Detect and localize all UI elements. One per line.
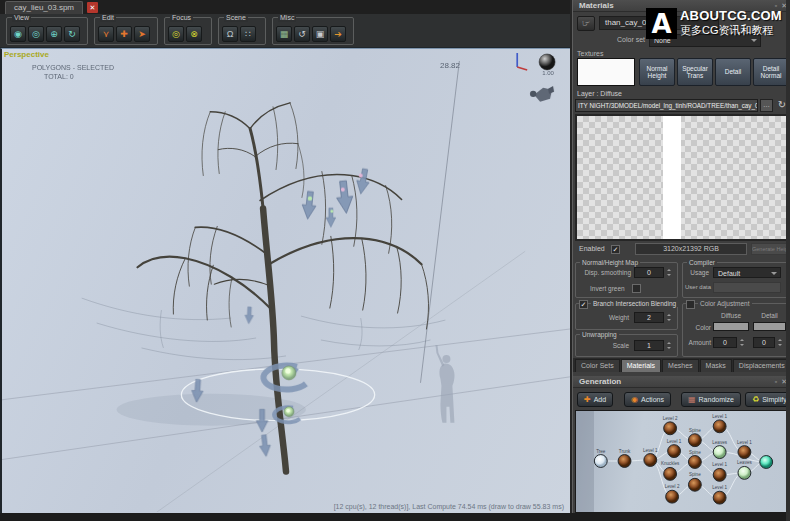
generation-node-level-1[interactable] bbox=[713, 491, 726, 504]
invert-green-checkbox[interactable] bbox=[632, 284, 641, 293]
branch-blending-label: Branch Intersection Blending bbox=[591, 300, 678, 307]
diffuse-texture-swatch[interactable] bbox=[577, 58, 635, 86]
diffuse-color-swatch[interactable] bbox=[713, 322, 749, 331]
user-data-field[interactable] bbox=[713, 282, 781, 293]
generate-height-button[interactable]: Generate Height bbox=[751, 243, 788, 255]
toolbar-group-label: Misc bbox=[278, 14, 296, 22]
actions-button[interactable]: ◉ Actions bbox=[624, 392, 671, 407]
generation-node-trunk[interactable] bbox=[618, 455, 631, 468]
spine-tool-icon[interactable]: ⋎ bbox=[98, 26, 114, 42]
camera-view-icon[interactable]: ◎ bbox=[28, 26, 44, 42]
scale-stepper[interactable] bbox=[666, 340, 673, 351]
texture-slot-normal-height[interactable]: Normal Height bbox=[639, 58, 675, 86]
hand-icon[interactable]: ☞ bbox=[577, 16, 595, 31]
weight-stepper[interactable] bbox=[666, 312, 673, 323]
capture-icon[interactable]: ▣ bbox=[312, 26, 328, 42]
diffuse-amount-stepper[interactable] bbox=[739, 337, 746, 348]
generation-node-tree[interactable] bbox=[594, 455, 607, 468]
document-tab[interactable]: cay_lieu_03.spm bbox=[5, 1, 83, 14]
diffuse-column-label: Diffuse bbox=[713, 312, 749, 319]
generation-node-spine[interactable] bbox=[688, 478, 701, 491]
amount-label: Amount bbox=[685, 339, 711, 346]
detail-color-swatch[interactable] bbox=[753, 322, 786, 331]
texture-slot-specular-trans[interactable]: Specular Trans bbox=[677, 58, 713, 86]
generation-node-level-1[interactable] bbox=[713, 420, 726, 433]
generation-panel-header[interactable]: Generation ▫ ✕ bbox=[573, 376, 790, 388]
zoom-region-icon[interactable]: ⊕ bbox=[46, 26, 62, 42]
tab-displacements[interactable]: Displacements bbox=[733, 359, 790, 372]
generation-node-leaves[interactable] bbox=[713, 446, 726, 459]
lod-sphere-icon[interactable] bbox=[539, 54, 555, 70]
texture-slot-detail-normal[interactable]: Detail Normal bbox=[753, 58, 789, 86]
shaded-sphere-icon[interactable]: ◉ bbox=[10, 26, 26, 42]
3d-viewport[interactable]: Perspective POLYGONS - SELECTED TOTAL: 0… bbox=[0, 48, 570, 513]
generation-node-spine[interactable] bbox=[688, 434, 701, 447]
color-adjustment-group: Color Adjustment Diffuse Detail Color Am… bbox=[682, 303, 788, 357]
texture-path-field[interactable]: ITY NIGHT/3DMODEL/model_lng_tinh/ROAD/TR… bbox=[575, 99, 758, 112]
randomize-button[interactable]: ▦ Randomize bbox=[681, 392, 741, 407]
generation-node-level-1[interactable] bbox=[713, 468, 726, 481]
plus-icon: ✚ bbox=[584, 396, 591, 404]
weight-value[interactable]: 2 bbox=[634, 312, 664, 323]
export-arrow-icon[interactable]: ➔ bbox=[330, 26, 346, 42]
orbit-icon[interactable]: ↻ bbox=[64, 26, 80, 42]
generation-node-level-1[interactable] bbox=[668, 445, 681, 458]
generation-node-level-2[interactable] bbox=[664, 422, 677, 435]
browse-button[interactable]: … bbox=[760, 99, 773, 112]
generation-node-level-2[interactable] bbox=[666, 490, 679, 503]
node-label: Level 1 bbox=[667, 439, 682, 444]
application-window: cay_lieu_03.spm ✕ View ◉ ◎ ⊕ ↻ Edit ⋎ ✚ … bbox=[0, 0, 790, 521]
disp-smoothing-stepper[interactable] bbox=[666, 267, 673, 278]
camera-widget-icon[interactable] bbox=[530, 86, 554, 102]
magnet-snap-icon[interactable]: Ω bbox=[222, 26, 238, 42]
generation-node-selected[interactable] bbox=[760, 456, 773, 469]
generation-node-leaves[interactable] bbox=[738, 466, 751, 479]
viewport-scene bbox=[2, 49, 570, 512]
tab-meshes[interactable]: Meshes bbox=[662, 359, 699, 372]
texture-resolution-button[interactable]: 3120x21392 RGB bbox=[635, 243, 747, 255]
simplify-button[interactable]: ♻ Simplify bbox=[745, 392, 790, 407]
detail-amount-value[interactable]: 0 bbox=[753, 337, 775, 348]
panel-scroll-gutter[interactable] bbox=[786, 0, 790, 521]
undo-rotate-icon[interactable]: ↺ bbox=[294, 26, 310, 42]
scale-value[interactable]: 1 bbox=[634, 340, 664, 351]
enabled-checkbox[interactable]: ✓ bbox=[611, 245, 620, 254]
disp-smoothing-value[interactable]: 0 bbox=[634, 267, 664, 278]
generation-node-level-1[interactable] bbox=[644, 454, 657, 467]
height-measure-value: 28.82 bbox=[440, 61, 460, 70]
gizmo-handle-dots bbox=[308, 174, 363, 213]
detail-amount-stepper[interactable] bbox=[777, 337, 784, 348]
camera-mode-label[interactable]: Perspective bbox=[4, 50, 49, 59]
texture-preview[interactable] bbox=[575, 114, 788, 241]
node-graph-canvas[interactable]: TreeTrunkLevel 1Level 2Level 1KnucklesLe… bbox=[576, 411, 788, 512]
generation-node-level-1[interactable] bbox=[738, 446, 751, 459]
node-label: Spine bbox=[689, 472, 701, 477]
group-title: Unwrapping bbox=[580, 331, 619, 339]
texture-slot-detail[interactable]: Detail bbox=[715, 58, 751, 86]
unwrapping-group: Unwrapping Scale 1 bbox=[575, 334, 678, 357]
tab-close-icon[interactable]: ✕ bbox=[87, 2, 98, 13]
generation-node-knuckles[interactable] bbox=[664, 467, 677, 480]
select-cursor-icon[interactable]: ➤ bbox=[134, 26, 150, 42]
focus-off-icon[interactable]: ⊗ bbox=[186, 26, 202, 42]
color-adjustment-checkbox[interactable] bbox=[686, 300, 695, 309]
generation-node-spine[interactable] bbox=[688, 456, 701, 469]
focus-selected-icon[interactable]: ◎ bbox=[168, 26, 184, 42]
tab-color-sets[interactable]: Color Sets bbox=[575, 359, 620, 372]
branch-blending-checkbox[interactable]: ✓ bbox=[579, 300, 588, 309]
scatter-dots-icon[interactable]: ∷ bbox=[240, 26, 256, 42]
diffuse-amount-value[interactable]: 0 bbox=[713, 337, 737, 348]
add-node-icon[interactable]: ✚ bbox=[116, 26, 132, 42]
polygon-stats: POLYGONS - SELECTED TOTAL: 0 bbox=[32, 63, 114, 81]
tab-materials[interactable]: Materials bbox=[621, 359, 661, 372]
aboutcg-logo: A bbox=[646, 8, 677, 39]
add-button[interactable]: ✚ Add bbox=[577, 392, 613, 407]
float-panel-icon[interactable]: ▫ bbox=[775, 376, 777, 388]
node-label: Leaves bbox=[712, 440, 727, 445]
toolbar-group-label: View bbox=[12, 14, 31, 22]
usage-dropdown[interactable]: Default bbox=[713, 267, 781, 278]
branch-blending-group: ✓ Branch Intersection Blending Weight 2 bbox=[575, 303, 678, 330]
generation-node-graph[interactable]: TreeTrunkLevel 1Level 2Level 1KnucklesLe… bbox=[575, 410, 789, 513]
grid-toggle-icon[interactable]: ▦ bbox=[276, 26, 292, 42]
tab-masks[interactable]: Masks bbox=[700, 359, 732, 372]
